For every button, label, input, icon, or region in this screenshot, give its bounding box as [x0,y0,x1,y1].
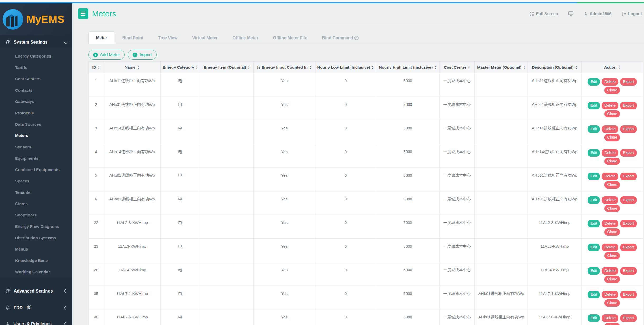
sidebar-section-advanced-settings[interactable]: Advanced Settings [0,285,72,297]
edit-button[interactable]: Edit [588,220,600,227]
add-meter-button[interactable]: + Add Meter [88,50,125,60]
sidebar-item-equipments[interactable]: Equipments [0,153,72,164]
delete-button[interactable]: Delete [602,291,618,298]
export-button[interactable]: Export [620,244,637,251]
delete-button[interactable]: Delete [602,173,618,180]
sidebar-item-tariffs[interactable]: Tariffs [0,62,72,73]
edit-button[interactable]: Edit [588,244,600,251]
export-button[interactable]: Export [620,149,637,157]
sidebar-item-meters[interactable]: Meters [0,130,72,141]
delete-button[interactable]: Delete [602,267,618,275]
column-header-energy-category[interactable]: Energy Category▲▼ [161,62,200,73]
delete-button[interactable]: Delete [602,196,618,204]
sidebar-item-gateways[interactable]: Gateways [0,96,72,107]
column-header-description-optional[interactable]: Description (Optional)▲▼ [528,62,582,73]
edit-button[interactable]: Edit [588,267,600,275]
sidebar-section-users-privileges[interactable]: Users & Privileges [0,318,72,325]
clone-button[interactable]: Clone [604,134,620,141]
description-cell: 11AL3-KWHimp [528,238,582,262]
sidebar-item-contacts[interactable]: Contacts [0,84,72,96]
export-button[interactable]: Export [620,291,637,298]
edit-button[interactable]: Edit [588,173,600,180]
edit-button[interactable]: Edit [588,291,600,298]
sidebar-item-working-calendar[interactable]: Working Calendar [0,266,72,277]
sidebar-item-combined-equipments[interactable]: Combined Equipments [0,164,72,175]
action-cell: EditDeleteExportClone [582,168,643,191]
brand-logo[interactable]: MyEMS [0,3,72,35]
column-header-hourly-low-limit-inclusive[interactable]: Hourly Low Limit (Inclusive)▲▼ [315,62,376,73]
description-cell: AHb11进线柜正向有功Wp [528,73,582,97]
clone-button[interactable]: Clone [604,276,620,283]
tab-bind-point[interactable]: Bind Point [115,32,151,44]
export-button[interactable]: Export [620,78,637,86]
import-button[interactable]: + Import [128,50,157,60]
logout-button[interactable]: Logout [621,11,642,16]
clone-button[interactable]: Clone [604,158,620,165]
column-header-id[interactable]: ID▲▼ [89,62,104,73]
sidebar-toggle-button[interactable] [78,8,88,19]
sidebar-item-knowledge-base[interactable]: Knowledge Base [0,255,72,266]
delete-button[interactable]: Delete [602,244,618,251]
sidebar-section-system-settings[interactable]: System Settings [0,36,72,48]
export-button[interactable]: Export [620,102,637,109]
sidebar-item-spaces[interactable]: Spaces [0,175,72,187]
sidebar-item-tenants[interactable]: Tenants [0,187,72,198]
display-mode-button[interactable] [568,11,574,16]
column-header-master-meter-optional[interactable]: Master Meter (Optional)▲▼ [475,62,528,73]
column-header-hourly-high-limit-inclusive[interactable]: Hourly High Limit (Inclusive)▲▼ [376,62,440,73]
energy-category-cell: 电 [161,238,200,262]
sidebar-item-cost-centers[interactable]: Cost Centers [0,73,72,84]
delete-button[interactable]: Delete [602,220,618,227]
sidebar-item-menus[interactable]: Menus [0,243,72,255]
export-button[interactable]: Export [620,220,637,227]
delete-button[interactable]: Delete [602,102,618,109]
sidebar-item-shopfloors[interactable]: Shopfloors [0,209,72,221]
clone-button[interactable]: Clone [604,252,620,260]
tab-meter[interactable]: Meter [88,31,115,44]
export-button[interactable]: Export [620,196,637,204]
sidebar-item-energy-flow-diagrams[interactable]: Energy Flow Diagrams [0,221,72,232]
sidebar-item-distribution-systems[interactable]: Distribution Systems [0,232,72,243]
full-screen-button[interactable]: Full Screen [529,11,558,16]
edit-button[interactable]: Edit [588,102,600,109]
tab-tree-view[interactable]: Tree View [151,32,185,44]
clone-button[interactable]: Clone [604,323,620,325]
export-button[interactable]: Export [620,173,637,180]
column-header-name[interactable]: Name▲▼ [104,62,161,73]
edit-button[interactable]: Edit [588,196,600,204]
sidebar-item-protocols[interactable]: Protocols [0,107,72,119]
sidebar-item-stores[interactable]: Stores [0,198,72,209]
tab-bind-command[interactable]: Bind Command Ⓔ [314,32,366,44]
edit-button[interactable]: Edit [588,149,600,157]
edit-button[interactable]: Edit [588,125,600,133]
export-button[interactable]: Export [620,267,637,275]
clone-button[interactable]: Clone [604,110,620,118]
sidebar-item-energy-categories[interactable]: Energy Categories [0,50,72,62]
tab-offline-meter[interactable]: Offline Meter [225,32,266,44]
meter-id-cell: 35 [89,286,104,309]
export-button[interactable]: Export [620,314,637,322]
sidebar-section-fdd[interactable]: FDD Ⓔ [0,302,72,313]
tab-offline-meter-file[interactable]: Offline Meter File [266,32,315,44]
delete-button[interactable]: Delete [602,314,618,322]
clone-button[interactable]: Clone [604,181,620,189]
delete-button[interactable]: Delete [602,149,618,157]
tab-virtual-meter[interactable]: Virtual Meter [185,32,225,44]
user-menu[interactable]: Admin2506 [584,11,612,16]
column-header-energy-item-optional[interactable]: Energy Item (Optional)▲▼ [200,62,254,73]
clone-button[interactable]: Clone [604,87,620,94]
clone-button[interactable]: Clone [604,228,620,236]
clone-button[interactable]: Clone [604,299,620,307]
delete-button[interactable]: Delete [602,78,618,86]
clone-button[interactable]: Clone [604,205,620,212]
delete-button[interactable]: Delete [602,125,618,133]
edit-button[interactable]: Edit [588,314,600,322]
column-header-is-energy-input-counted-in[interactable]: Is Energy Input Counted In▲▼ [254,62,315,73]
sidebar-item-data-sources[interactable]: Data Sources [0,119,72,130]
column-header-action[interactable]: Action▲▼ [582,62,643,73]
action-cell: EditDeleteExportClone [582,286,643,309]
sidebar-item-sensors[interactable]: Sensors [0,141,72,153]
column-header-cost-center[interactable]: Cost Center▲▼ [440,62,475,73]
export-button[interactable]: Export [620,125,637,133]
edit-button[interactable]: Edit [588,78,600,86]
